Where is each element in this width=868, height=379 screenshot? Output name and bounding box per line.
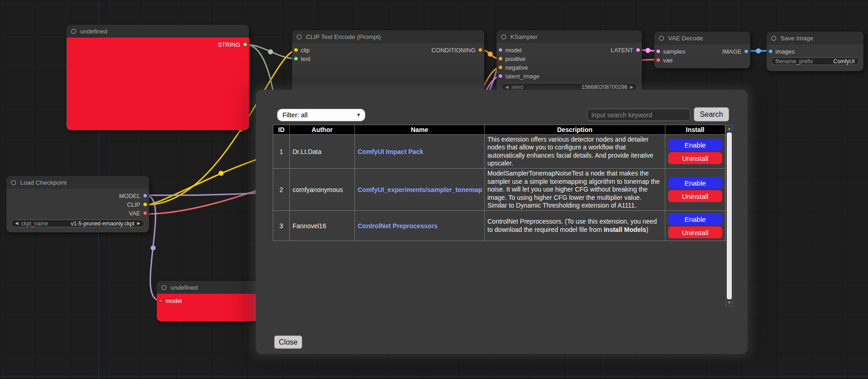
uninstall-button[interactable]: Uninstall	[668, 226, 722, 238]
input-slot-clip[interactable]: clip	[294, 46, 310, 53]
output-slot-model[interactable]: MODEL	[119, 192, 147, 199]
node-ksampler[interactable]: KSampler model LATENT positiv	[497, 30, 642, 97]
images-slot-dot[interactable]	[768, 49, 773, 53]
extensions-table-container: ID Author Name Description Install 1 Dr.…	[273, 125, 733, 307]
link-dot	[488, 52, 493, 57]
description-text: ModelSamplerTonemapNoiseTest a node that…	[487, 170, 660, 209]
link-dot	[756, 49, 761, 54]
node-header[interactable]: CLIP Text Encode (Prompt)	[292, 30, 484, 43]
input-slot-vae[interactable]: vae	[656, 56, 673, 63]
comfyui-app: undefined STRING CLIP Text Encode (Promp…	[0, 0, 868, 379]
header-author: Author	[290, 125, 355, 135]
model-slot-dot[interactable]	[143, 193, 147, 198]
filename-prefix-widget[interactable]: filename_prefix ComfyUI	[771, 57, 859, 65]
node-header[interactable]: Load Checkpoint	[6, 176, 149, 189]
node-save-image[interactable]: Save Image images filename_prefix ComfyU…	[767, 32, 863, 71]
samples-slot-dot[interactable]	[656, 49, 660, 53]
link-dot	[646, 48, 651, 53]
collapse-dot-icon[interactable]	[11, 180, 16, 185]
collapse-dot-icon[interactable]	[771, 36, 776, 41]
slot-label: LATENT	[611, 46, 633, 53]
output-slot-conditioning[interactable]: CONDITIONING	[431, 46, 482, 53]
cell-author: Fannovel16	[290, 211, 355, 241]
negative-slot-dot[interactable]	[498, 65, 503, 69]
output-slot-latent[interactable]: LATENT	[611, 46, 640, 53]
node-header[interactable]: undefined	[157, 281, 260, 294]
image-slot-dot[interactable]	[744, 49, 748, 53]
extension-link[interactable]: ControlNet Preprocessors	[358, 222, 437, 230]
node-load-checkpoint[interactable]: Load Checkpoint MODEL CLIP	[6, 176, 149, 232]
latent-slot-dot[interactable]	[636, 48, 640, 52]
node-undefined-bottom[interactable]: undefined model	[157, 281, 260, 321]
collapse-dot-icon[interactable]	[659, 36, 664, 41]
node-vae-decode[interactable]: VAE Decode samples IMAGE vae	[654, 32, 750, 68]
clip-slot-dot[interactable]	[294, 48, 298, 52]
output-slot-string[interactable]: STRING	[218, 41, 247, 48]
enable-button[interactable]: Enable	[668, 139, 722, 151]
slot-label: clip	[301, 46, 310, 53]
input-slot-model[interactable]: model	[498, 46, 521, 53]
slot-label: positive	[505, 55, 525, 62]
text-slot-dot[interactable]	[294, 56, 298, 60]
cell-author: comfyanonymous	[290, 169, 355, 211]
positive-slot-dot[interactable]	[498, 56, 503, 60]
table-scrollbar[interactable]: ▲ ▼	[725, 125, 733, 307]
node-title: Load Checkpoint	[20, 179, 66, 186]
collapse-dot-icon[interactable]	[71, 29, 76, 34]
extension-link[interactable]: ComfyUI_experiments/sampler_tonemap	[358, 186, 482, 193]
cell-install: Enable Uninstall	[665, 211, 725, 241]
collapse-dot-icon[interactable]	[297, 34, 302, 39]
input-slot-text[interactable]: text	[294, 55, 310, 62]
uninstall-button[interactable]: Uninstall	[668, 152, 722, 164]
node-header[interactable]: undefined	[66, 25, 249, 38]
input-slot-negative[interactable]: negative	[498, 64, 528, 71]
decrement-arrow-icon[interactable]: ◀	[15, 221, 18, 225]
widget-label: seed	[511, 84, 523, 90]
extension-link[interactable]: ComfyUI Impact Pack	[358, 148, 423, 155]
node-clip-text-encode[interactable]: CLIP Text Encode (Prompt) clip CONDITION…	[292, 30, 484, 94]
widget-value: v1-5-pruned-emaonly.ckpt	[71, 220, 135, 227]
input-slot-samples[interactable]: samples	[656, 48, 685, 55]
filter-select[interactable]: Filter: all	[277, 109, 365, 121]
node-undefined-top[interactable]: undefined STRING	[66, 25, 249, 130]
description-bold: Install Models	[604, 226, 647, 233]
input-slot-model[interactable]: model	[159, 297, 182, 304]
enable-button[interactable]: Enable	[668, 213, 722, 225]
clip-slot-dot[interactable]	[143, 202, 147, 206]
scroll-down-icon[interactable]: ▼	[726, 299, 733, 306]
model-slot-dot[interactable]	[159, 298, 163, 302]
string-slot-dot[interactable]	[243, 42, 247, 46]
node-header[interactable]: KSampler	[497, 30, 642, 43]
table-row: 2 comfyanonymous ComfyUI_experiments/sam…	[273, 169, 725, 211]
input-slot-positive[interactable]: positive	[498, 55, 525, 62]
cell-name: ComfyUI Impact Pack	[355, 135, 485, 169]
search-button[interactable]: Search	[694, 107, 729, 121]
scrollbar-thumb[interactable]	[727, 132, 732, 299]
slot-label: model	[166, 297, 182, 304]
ckpt-name-widget[interactable]: ◀ ckpt_name v1-5-pruned-emaonly.ckpt ▶	[11, 220, 144, 227]
enable-button[interactable]: Enable	[668, 177, 722, 189]
extensions-table: ID Author Name Description Install 1 Dr.…	[273, 125, 725, 241]
output-slot-clip[interactable]: CLIP	[127, 201, 147, 208]
output-slot-image[interactable]: IMAGE	[722, 48, 748, 55]
node-header[interactable]: Save Image	[767, 32, 863, 44]
increment-arrow-icon[interactable]: ▶	[137, 221, 140, 225]
node-header[interactable]: VAE Decode	[654, 32, 750, 44]
search-input[interactable]	[587, 109, 691, 121]
scroll-up-icon[interactable]: ▲	[726, 125, 733, 132]
model-slot-dot[interactable]	[498, 48, 503, 52]
close-button[interactable]: Close	[274, 335, 302, 349]
decrement-arrow-icon[interactable]: ◀	[505, 85, 509, 89]
input-slot-images[interactable]: images	[768, 48, 795, 55]
collapse-dot-icon[interactable]	[161, 285, 166, 290]
vae-slot-dot[interactable]	[656, 58, 660, 62]
output-slot-vae[interactable]: VAE	[129, 209, 147, 216]
node-title: VAE Decode	[668, 35, 703, 42]
increment-arrow-icon[interactable]: ▶	[630, 85, 633, 89]
vae-slot-dot[interactable]	[143, 211, 147, 215]
uninstall-button[interactable]: Uninstall	[668, 190, 722, 202]
conditioning-slot-dot[interactable]	[478, 48, 482, 52]
collapse-dot-icon[interactable]	[501, 34, 506, 39]
latent-image-slot-dot[interactable]	[498, 74, 503, 78]
input-slot-latent-image[interactable]: latent_image	[498, 72, 539, 79]
